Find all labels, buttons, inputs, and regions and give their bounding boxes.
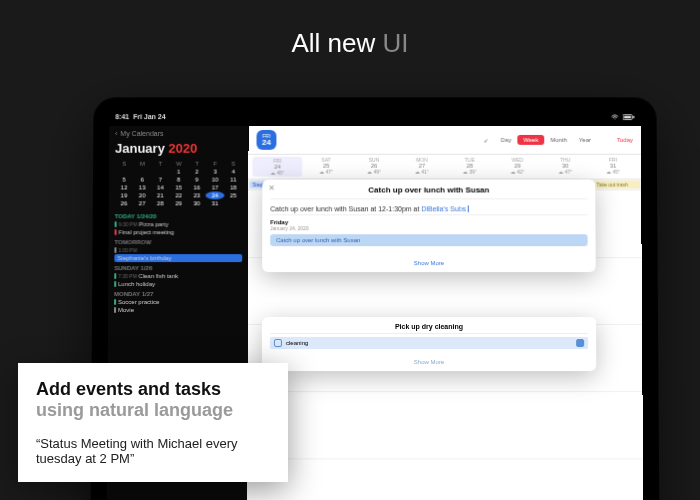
chevron-left-icon: ‹ xyxy=(115,130,117,137)
week-day[interactable]: THU30☁ 47° xyxy=(541,157,589,177)
week-day[interactable]: SAT25☁ 47° xyxy=(302,157,350,177)
seg-year[interactable]: Year xyxy=(573,135,597,145)
agenda-item[interactable]: Lunch holiday xyxy=(114,280,242,288)
agenda-item[interactable]: Soccer practice xyxy=(114,298,242,306)
popup-preview: Friday January 24, 2020 Catch up over lu… xyxy=(270,219,587,246)
agenda-item[interactable]: 1:00 PM xyxy=(114,246,242,254)
agenda-mon-header: MONDAY 1/27 xyxy=(114,291,242,297)
popup-title: Catch up over lunch with Susan xyxy=(270,186,587,200)
event-popup: ✕ Catch up over lunch with Susan Catch u… xyxy=(262,180,596,273)
week-header: FRI24☁ 45°SAT25☁ 47°SUN26☁ 49°MON27☁ 41°… xyxy=(248,155,641,180)
week-day[interactable]: MON27☁ 41° xyxy=(398,157,446,177)
statusbar-date: Fri Jan 24 xyxy=(133,113,166,120)
promo-card: Add events and tasks using natural langu… xyxy=(18,363,288,482)
checkbox-done-icon[interactable] xyxy=(576,339,584,347)
week-day[interactable]: SUN26☁ 49° xyxy=(350,157,398,177)
topbar: FRI 24 ✓ Day Week Month Year Today xyxy=(249,126,641,155)
agenda-item[interactable]: Stephanie's birthday xyxy=(114,254,242,262)
today-pill[interactable]: FRI 24 xyxy=(256,130,276,150)
check-icon[interactable]: ✓ xyxy=(478,134,495,145)
task-row[interactable]: cleaning xyxy=(270,337,588,349)
seg-day[interactable]: Day xyxy=(495,135,518,145)
seg-week[interactable]: Week xyxy=(517,135,544,145)
mini-calendar[interactable]: SMTWTFS 12345678910111213141516171819202… xyxy=(115,160,243,208)
task-popup: Pick up dry cleaning cleaning Show More xyxy=(262,317,596,371)
agenda-item[interactable]: 9:30 PM Pizza party xyxy=(115,220,243,228)
agenda-item[interactable]: Movie xyxy=(114,306,242,314)
close-icon[interactable]: ✕ xyxy=(268,184,275,193)
natural-language-input[interactable]: Catch up over lunch with Susan at 12-1:3… xyxy=(270,203,587,215)
agenda-tomorrow-header: TOMORROW xyxy=(114,239,242,245)
week-day[interactable]: FRI24☁ 45° xyxy=(252,157,302,177)
promo-heading: Add events and tasks using natural langu… xyxy=(36,379,270,422)
statusbar-time: 8:41 xyxy=(115,113,129,120)
week-day[interactable]: TUE28☁ 39° xyxy=(446,157,494,177)
show-more-button[interactable]: Show More xyxy=(270,260,588,266)
wifi-icon xyxy=(611,114,619,120)
month-title: January 2020 xyxy=(115,141,243,156)
week-day[interactable]: WED29☁ 42° xyxy=(494,157,542,177)
agenda-item[interactable]: 7:30 PM Clean fish tank xyxy=(114,272,242,280)
battery-icon xyxy=(623,114,635,120)
agenda-item[interactable]: Final project meeting xyxy=(115,228,243,236)
agenda: TODAY 1/24/20 9:30 PM Pizza party Final … xyxy=(114,213,242,314)
hero-title: All new UI xyxy=(0,0,700,59)
checkbox-icon[interactable] xyxy=(274,339,282,347)
promo-quote: “Status Meeting with Michael every tuesd… xyxy=(36,436,270,466)
sidebar-header[interactable]: ‹ My Calendars xyxy=(115,130,242,137)
week-day[interactable]: FRI31☁ 45° xyxy=(589,157,637,177)
svg-rect-2 xyxy=(633,115,634,118)
today-button[interactable]: Today xyxy=(617,137,633,143)
show-more-button[interactable]: Show More xyxy=(270,359,588,365)
svg-rect-1 xyxy=(624,115,631,118)
preview-event-chip[interactable]: Catch up over lunch with Susan xyxy=(270,234,587,246)
statusbar: 8:41 Fri Jan 24 xyxy=(109,111,640,126)
agenda-sun-header: SUNDAY 1/26 xyxy=(114,265,242,271)
task-popup-title: Pick up dry cleaning xyxy=(270,323,588,334)
main-panel: FRI 24 ✓ Day Week Month Year Today FRI24… xyxy=(247,126,643,500)
seg-month[interactable]: Month xyxy=(544,135,573,145)
allday-chip[interactable]: Take out trash xyxy=(594,181,641,189)
agenda-today-header: TODAY 1/24/20 xyxy=(115,213,243,219)
